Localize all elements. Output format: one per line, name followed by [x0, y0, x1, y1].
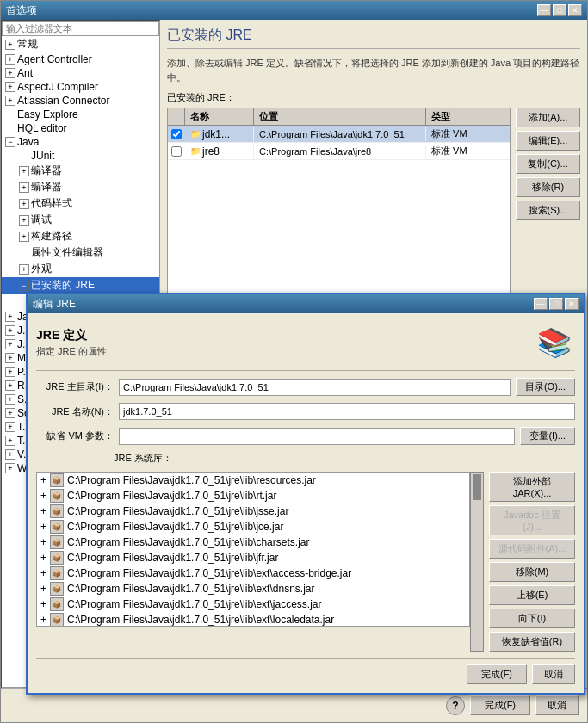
- dialog-cancel-button[interactable]: 取消: [532, 664, 575, 684]
- tree-expand-icon[interactable]: +: [40, 598, 46, 610]
- jar-icon: 📦: [50, 535, 64, 549]
- list-item[interactable]: + 📦 C:\Program Files\Java\jdk1.7.0_51\jr…: [37, 565, 469, 581]
- scroll-thumb[interactable]: [473, 474, 481, 500]
- home-dir-label: JRE 主目录(I)：: [36, 380, 114, 393]
- jar-icon: 📦: [50, 582, 64, 596]
- tree-expand-icon[interactable]: +: [40, 552, 46, 564]
- scrollbar[interactable]: [470, 472, 484, 652]
- lib-list-wrapper: + 📦 C:\Program Files\Java\jdk1.7.0_51\jr…: [36, 472, 484, 652]
- dialog-minimize-button[interactable]: —: [534, 298, 548, 310]
- javadoc-button[interactable]: Javadoc 位置(J)...: [489, 505, 575, 535]
- lib-remove-button[interactable]: 移除(M): [489, 562, 575, 582]
- dialog-bottom: 完成(F) 取消: [36, 658, 575, 684]
- tree-expand-icon[interactable]: +: [40, 505, 46, 517]
- dialog-title: 编辑 JRE: [33, 297, 76, 312]
- jar-icon: 📦: [50, 551, 64, 565]
- vm-args-button[interactable]: 变量(I)...: [520, 427, 575, 445]
- vm-args-input[interactable]: [119, 428, 515, 445]
- tree-expand-icon[interactable]: +: [40, 536, 46, 548]
- home-dir-row: JRE 主目录(I)： 目录(O)...: [36, 378, 575, 396]
- libs-section-label: JRE 系统库：: [36, 452, 575, 465]
- dialog-header: JRE 定义 指定 JRE 的属性 📚: [36, 322, 575, 371]
- dialog-header-text: JRE 定义 指定 JRE 的属性: [36, 328, 107, 358]
- jre-name-row: JRE 名称(N)：: [36, 403, 575, 420]
- list-item[interactable]: + 📦 C:\Program Files\Java\jdk1.7.0_51\jr…: [37, 519, 469, 535]
- move-down-button[interactable]: 向下(I): [489, 609, 575, 628]
- lib-list: + 📦 C:\Program Files\Java\jdk1.7.0_51\jr…: [36, 472, 470, 627]
- lib-path: C:\Program Files\Java\jdk1.7.0_51\jre\li…: [67, 536, 309, 548]
- restore-button[interactable]: 恢复缺省值(R): [489, 632, 575, 652]
- list-item[interactable]: + 📦 C:\Program Files\Java\jdk1.7.0_51\jr…: [37, 504, 469, 519]
- jar-icon: 📦: [50, 504, 64, 518]
- dialog-maximize-button[interactable]: □: [549, 298, 563, 310]
- list-item[interactable]: + 📦 C:\Program Files\Java\jdk1.7.0_51\jr…: [37, 488, 469, 504]
- jar-icon: 📦: [50, 597, 64, 611]
- tree-expand-icon[interactable]: +: [40, 474, 46, 486]
- list-item[interactable]: + 📦 C:\Program Files\Java\jdk1.7.0_51\jr…: [37, 535, 469, 550]
- lib-path: C:\Program Files\Java\jdk1.7.0_51\jre\li…: [67, 583, 314, 595]
- lib-path: C:\Program Files\Java\jdk1.7.0_51\jre\li…: [67, 614, 334, 626]
- home-dir-button[interactable]: 目录(O)...: [516, 378, 575, 396]
- list-item[interactable]: + 📦 C:\Program Files\Java\jdk1.7.0_51\jr…: [37, 612, 469, 627]
- home-dir-input[interactable]: [119, 379, 511, 396]
- lib-path: C:\Program Files\Java\jdk1.7.0_51\jre\li…: [67, 567, 351, 579]
- add-ext-jar-button[interactable]: 添加外部 JAR(X)...: [489, 472, 575, 502]
- jar-icon: 📦: [50, 613, 64, 627]
- jar-icon: 📦: [50, 473, 64, 487]
- tree-expand-icon[interactable]: +: [40, 521, 46, 533]
- tree-expand-icon[interactable]: +: [40, 614, 46, 626]
- dialog-header-title: JRE 定义: [36, 328, 107, 343]
- list-item[interactable]: + 📦 C:\Program Files\Java\jdk1.7.0_51\jr…: [37, 473, 469, 488]
- dialog-header-subtitle: 指定 JRE 的属性: [36, 345, 107, 358]
- jar-icon: 📦: [50, 489, 64, 503]
- dialog-close-button[interactable]: ✕: [565, 298, 579, 310]
- lib-path: C:\Program Files\Java\jdk1.7.0_51\jre\li…: [67, 474, 316, 486]
- jre-name-label: JRE 名称(N)：: [36, 405, 114, 418]
- vm-args-row: 缺省 VM 参数： 变量(I)...: [36, 427, 575, 445]
- vm-args-label: 缺省 VM 参数：: [36, 429, 114, 442]
- tree-expand-icon[interactable]: +: [40, 490, 46, 502]
- dialog-overlay: 编辑 JRE — □ ✕ JRE 定义 指定 JRE 的属性 📚 JRE 主目录…: [0, 0, 588, 723]
- list-item[interactable]: + 📦 C:\Program Files\Java\jdk1.7.0_51\jr…: [37, 596, 469, 612]
- jar-icon: 📦: [50, 520, 64, 534]
- dialog-finish-button[interactable]: 完成(F): [467, 664, 527, 684]
- books-icon: 📚: [534, 322, 575, 363]
- lib-buttons: 添加外部 JAR(X)... Javadoc 位置(J)... 源代码附件(A)…: [489, 472, 575, 652]
- jre-name-input[interactable]: [119, 403, 575, 420]
- libs-container: + 📦 C:\Program Files\Java\jdk1.7.0_51\jr…: [36, 472, 575, 652]
- dialog-body: JRE 定义 指定 JRE 的属性 📚 JRE 主目录(I)： 目录(O)...…: [28, 313, 584, 693]
- lib-path: C:\Program Files\Java\jdk1.7.0_51\jre\li…: [67, 490, 276, 502]
- dialog-title-buttons: — □ ✕: [534, 298, 579, 310]
- move-up-button[interactable]: 上移(E): [489, 585, 575, 605]
- edit-jre-dialog: 编辑 JRE — □ ✕ JRE 定义 指定 JRE 的属性 📚 JRE 主目录…: [26, 293, 585, 695]
- lib-path: C:\Program Files\Java\jdk1.7.0_51\jre\li…: [67, 521, 283, 533]
- dialog-title-bar: 编辑 JRE — □ ✕: [28, 294, 584, 313]
- lib-path: C:\Program Files\Java\jdk1.7.0_51\jre\li…: [67, 552, 278, 564]
- tree-expand-icon[interactable]: +: [40, 583, 46, 595]
- list-item[interactable]: + 📦 C:\Program Files\Java\jdk1.7.0_51\jr…: [37, 581, 469, 596]
- lib-path: C:\Program Files\Java\jdk1.7.0_51\jre\li…: [67, 505, 288, 517]
- lib-path: C:\Program Files\Java\jdk1.7.0_51\jre\li…: [67, 598, 321, 610]
- lib-list-with-scroll: + 📦 C:\Program Files\Java\jdk1.7.0_51\jr…: [36, 472, 484, 652]
- src-component-button[interactable]: 源代码附件(A)...: [489, 539, 575, 559]
- list-item[interactable]: + 📦 C:\Program Files\Java\jdk1.7.0_51\jr…: [37, 550, 469, 565]
- tree-expand-icon[interactable]: +: [40, 567, 46, 579]
- jar-icon: 📦: [50, 566, 64, 580]
